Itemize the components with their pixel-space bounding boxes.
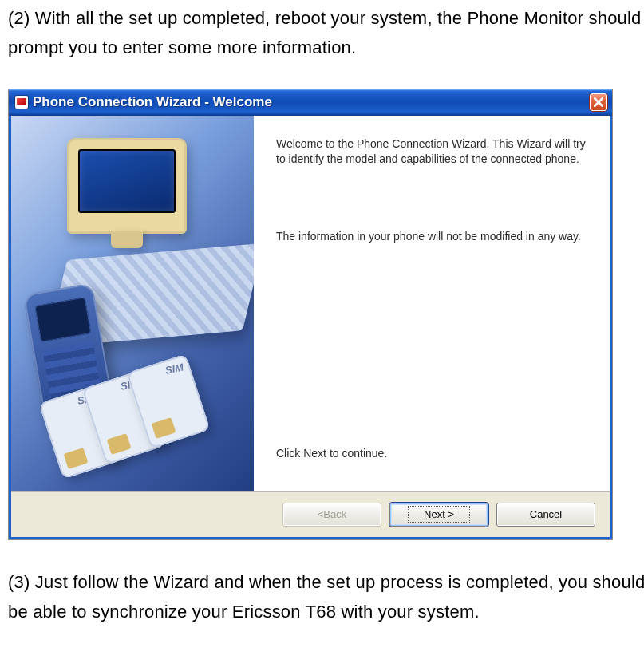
back-button: < Back: [282, 503, 381, 527]
next-button-inner: Next >: [409, 507, 468, 521]
spacer: [276, 243, 586, 445]
instruction-step-2: (2) With all the set up completed, reboo…: [8, 3, 644, 63]
wizard-side-image: [11, 116, 254, 491]
cancel-button[interactable]: Cancel: [496, 503, 595, 527]
instruction-step-3: (3) Just follow the Wizard and when the …: [8, 567, 644, 627]
dialog-client-area: Welcome to the Phone Connection Wizard. …: [9, 116, 612, 539]
monitor-graphic: [67, 138, 187, 234]
wizard-button-row: < Back Next > Cancel: [11, 492, 610, 537]
wizard-welcome-text: Welcome to the Phone Connection Wizard. …: [276, 136, 586, 167]
wizard-click-next-text: Click Next to continue.: [276, 446, 586, 461]
next-button-mnemonic: N: [424, 508, 431, 520]
wizard-body-text: Welcome to the Phone Connection Wizard. …: [254, 116, 610, 491]
cancel-button-mnemonic: C: [530, 508, 537, 520]
back-button-mnemonic: B: [323, 508, 330, 520]
dialog-upper: Welcome to the Phone Connection Wizard. …: [11, 116, 610, 492]
back-button-suffix: ack: [330, 508, 346, 520]
titlebar[interactable]: Phone Connection Wizard - Welcome: [9, 89, 612, 116]
cancel-button-suffix: ancel: [537, 508, 562, 520]
app-icon: [15, 96, 28, 109]
back-button-prefix: <: [318, 508, 324, 520]
close-button[interactable]: [590, 93, 607, 111]
close-icon: [594, 97, 603, 107]
next-button-suffix: ext >: [431, 508, 454, 520]
next-button[interactable]: Next >: [389, 503, 488, 527]
wizard-dialog: Phone Connection Wizard - Welcome We: [8, 89, 613, 540]
titlebar-text: Phone Connection Wizard - Welcome: [33, 94, 272, 110]
document-page: (2) With all the set up completed, reboo…: [0, 0, 644, 663]
wizard-not-modified-text: The information in your phone will not b…: [276, 229, 586, 244]
